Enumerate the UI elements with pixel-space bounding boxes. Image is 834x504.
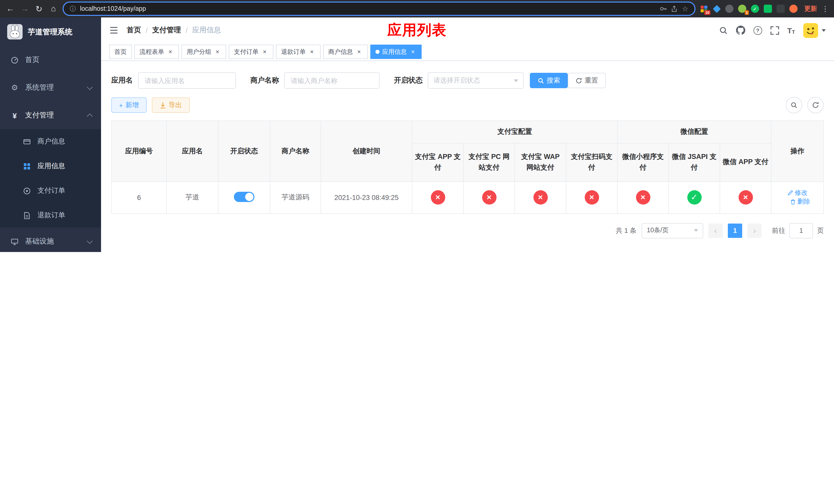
app-name-input[interactable] [138,72,236,89]
sidebar-item-pay-orders[interactable]: 支付订单 [0,178,101,203]
sidebar-toggle-icon[interactable] [109,26,118,35]
close-icon[interactable]: × [214,48,221,55]
sidebar-item-app-info[interactable]: 应用信息 [0,154,101,178]
tab-refund-orders[interactable]: 退款订单× [276,45,321,59]
search-button[interactable]: 搜索 [530,73,568,88]
export-button[interactable]: 导出 [152,97,190,113]
browser-toolbar: ← → ↻ ⌂ ⓘ localhost:1024/pay/app ☆ 10 1 [0,0,834,18]
status-select[interactable]: 请选择开启状态 [428,72,524,89]
col-header-app-name: 应用名 [167,121,218,182]
address-bar[interactable]: ⓘ localhost:1024/pay/app ☆ [63,2,696,16]
extension-dark-circle-icon[interactable] [725,5,733,13]
breadcrumb-payment[interactable]: 支付管理 [152,26,181,35]
font-size-icon[interactable]: TT [787,26,795,35]
chevron-down-icon [514,79,518,82]
tab-home[interactable]: 首页 [109,45,132,59]
status-cross-icon: × [585,190,599,205]
merchant-name-input[interactable] [284,72,379,89]
bookmark-star-icon[interactable]: ☆ [682,5,688,13]
url-text[interactable]: localhost:1024/pay/app [80,5,146,12]
sidebar-item-merchant-info[interactable]: 商户信息 [0,129,101,154]
document-icon [23,211,31,219]
status-cross-icon: × [636,190,650,205]
top-navbar: 首页 / 支付管理 / 应用信息 应用列表 ? [101,18,834,43]
logo-avatar [7,24,23,40]
breadcrumb-current: 应用信息 [192,26,221,35]
sidebar-item-system[interactable]: ⚙ 系统管理 [0,74,101,101]
browser-home-icon[interactable]: ⌂ [48,4,59,13]
extension-puzzle-icon[interactable] [776,5,785,13]
browser-forward-icon[interactable]: → [20,4,30,13]
site-info-icon[interactable]: ⓘ [70,4,76,13]
sidebar: 芋道管理系统 首页 ⚙ 系统管理 ¥ 支付管理 [0,18,101,252]
sidebar-item-label: 基础设施 [25,237,54,246]
status-label: 开启状态 [394,76,423,85]
extension-grid-icon[interactable]: 10 [700,5,708,13]
fullscreen-icon[interactable] [770,26,779,35]
tab-process-form[interactable]: 流程表单× [134,45,179,59]
extension-green-square-icon[interactable] [764,5,772,13]
gear-icon: ⚙ [10,83,19,92]
toggle-search-button[interactable] [786,97,802,113]
close-icon[interactable]: × [261,48,268,55]
status-cross-icon: × [533,190,548,205]
active-dot [375,50,379,54]
browser-back-icon[interactable]: ← [5,4,15,13]
sidebar-item-payment[interactable]: ¥ 支付管理 [0,101,101,129]
add-button[interactable]: + 新增 [111,97,147,113]
goto-prefix: 前往 [772,226,785,235]
help-icon[interactable]: ? [753,26,762,35]
app-name-label: 应用名 [111,76,133,85]
current-page-button[interactable]: 1 [728,224,742,238]
browser-menu-icon[interactable]: ⋮ [822,5,829,13]
reset-button[interactable]: 重置 [568,73,606,88]
extensions-area: 10 1 ✓ 更新 ⋮ [700,4,829,13]
search-icon[interactable] [719,26,728,35]
sidebar-item-refund-orders[interactable]: 退款订单 [0,203,101,228]
dashboard-icon [10,56,19,64]
sidebar-item-home[interactable]: 首页 [0,46,101,74]
tab-merchant-info[interactable]: 商户信息× [323,45,368,59]
col-header-wechat-app: 微信 APP 支付 [720,143,771,182]
status-toggle[interactable] [234,192,255,202]
close-icon[interactable]: × [308,48,315,55]
tab-app-info[interactable]: 应用信息× [370,45,422,59]
breadcrumb-home[interactable]: 首页 [127,26,141,35]
close-icon[interactable]: × [409,48,416,55]
delete-link[interactable]: 删除 [790,198,810,206]
page-size-select[interactable]: 10条/页 [642,223,703,238]
app-logo[interactable]: 芋道管理系统 [0,18,101,46]
extension-avatar-icon[interactable]: 1 [738,5,746,13]
goto-page-input[interactable] [789,223,813,238]
tab-user-group[interactable]: 用户分组× [181,45,226,59]
refresh-button[interactable] [807,97,824,113]
close-icon[interactable]: × [355,48,363,55]
next-page-button[interactable]: › [747,224,762,238]
prev-page-button[interactable]: ‹ [708,224,723,238]
extension-face-icon[interactable] [789,5,797,13]
status-cross-icon: × [431,190,445,205]
sidebar-item-label: 应用信息 [38,161,65,171]
update-button[interactable]: 更新 [804,4,817,13]
extension-diamond-icon[interactable] [712,5,721,13]
github-icon[interactable] [736,26,745,35]
sidebar-item-label: 支付管理 [25,111,54,120]
yen-icon: ¥ [10,111,19,120]
grid-icon [23,162,31,170]
col-header-alipay-app: 支付宝 APP 支付 [412,143,463,182]
extension-green-circle-icon[interactable]: ✓ [751,5,759,13]
share-icon[interactable] [671,5,678,12]
edit-link[interactable]: 修改 [787,189,808,198]
payment-submenu: 商户信息 应用信息 支付订单 [0,129,101,228]
screen: ← → ↻ ⌂ ⓘ localhost:1024/pay/app ☆ 10 1 [0,0,834,252]
navbar-actions: ? TT [719,23,826,38]
user-menu[interactable] [803,23,826,38]
pagination: 共 1 条 10条/页 ‹ 1 › 前往 页 [111,223,824,238]
password-key-icon[interactable] [660,5,667,12]
browser-reload-icon[interactable]: ↻ [34,4,44,14]
tab-pay-orders[interactable]: 支付订单× [229,45,273,59]
sidebar-item-infra[interactable]: 基础设施 [0,228,101,252]
col-header-wechat-mini: 微信小程序支付 [617,143,668,182]
col-header-created: 创建时间 [321,121,412,182]
close-icon[interactable]: × [167,48,174,55]
